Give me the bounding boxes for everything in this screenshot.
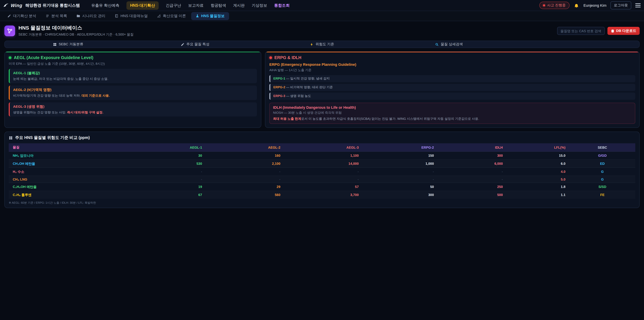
table-header-row: 물질 AEGL-1 AEGL-2 AEGL-3 ERPG-2 IDLH LFL(… bbox=[9, 143, 635, 152]
threshold-value: 160 bbox=[206, 152, 284, 160]
threshold-value: 3,700 bbox=[284, 191, 363, 199]
threshold-value: 560 bbox=[206, 191, 284, 199]
aegl-level-name: AEGL-2 (비가역적 영향) bbox=[13, 88, 254, 92]
column-header: IDLH bbox=[438, 143, 507, 152]
brand[interactable]: Wing 해양환경 위기대응 통합시스템 bbox=[3, 3, 80, 8]
aegl-panel-title: AEGL (Acute Exposure Guideline Level) bbox=[14, 55, 94, 60]
grid-icon bbox=[53, 43, 57, 46]
hns-threshold-table: 물질 AEGL-1 AEGL-2 AEGL-3 ERPG-2 IDLH LFL(… bbox=[9, 143, 635, 199]
subtab-label: HNS 대응매뉴얼 bbox=[120, 14, 148, 19]
section-tab-risk-criteria[interactable]: 위험도 기준 bbox=[258, 41, 386, 48]
subtab-analysis-list[interactable]: 분석 목록 bbox=[41, 12, 72, 20]
sebc-class-value: ED bbox=[570, 160, 635, 168]
pencil-icon bbox=[8, 14, 11, 18]
logout-button[interactable]: 로그아웃 bbox=[610, 1, 631, 10]
table-row: CH₃OH 메탄올5302,10014,0001,0006,0006.0ED bbox=[9, 160, 635, 168]
section-tab-label: 위험도 기준 bbox=[316, 42, 334, 47]
column-header: AEGL-3 bbox=[284, 143, 363, 152]
hns-substance-database-page: Wing 해양환경 위기대응 통합시스템 유출유 확산예측 HNS·대기확산 긴… bbox=[0, 0, 644, 320]
threshold-value: 4.0 bbox=[507, 168, 570, 176]
aegl-level-name: AEGL-3 (생명 위협) bbox=[13, 104, 254, 109]
table-title: 주요 HNS 물질별 위험도 기준 비교 (ppm) bbox=[15, 135, 90, 141]
threshold-value: - bbox=[206, 176, 284, 183]
threshold-value: 57 bbox=[284, 183, 363, 191]
erpg-level-row: ERPG-2 — 비가역적 영향, 대피 판단 기준 bbox=[269, 84, 635, 91]
red-dot-icon bbox=[269, 56, 272, 59]
nav-item-air-search[interactable]: 항공탐색 bbox=[211, 3, 226, 8]
top-navigation: Wing 해양환경 위기대응 통합시스템 유출유 확산예측 HNS·대기확산 긴… bbox=[0, 0, 644, 11]
incident-status-badge[interactable]: 사고 진행중 bbox=[539, 2, 569, 9]
nav-item-weather[interactable]: 기상정보 bbox=[252, 3, 267, 8]
nav-item-hns-diffusion[interactable]: HNS·대기확산 bbox=[126, 1, 159, 10]
section-tab-detail-search[interactable]: 물질 상세검색 bbox=[386, 41, 512, 48]
db-download-button[interactable]: DB 다운로드 bbox=[608, 27, 640, 35]
section-tab-label: 물질 상세검색 bbox=[441, 42, 463, 47]
threshold-value: - bbox=[363, 168, 438, 176]
nav-item-reports[interactable]: 보고자료 bbox=[188, 3, 204, 8]
hamburger-menu-icon[interactable] bbox=[635, 2, 641, 9]
page-header-left: HNS 물질정보 데이터베이스 SEBC 거동분류 · CHRIS/CAMEO … bbox=[4, 25, 134, 37]
hns-comparison-table-panel: 주요 HNS 물질별 위험도 기준 비교 (ppm) 물질 AEGL-1 AEG… bbox=[4, 132, 640, 208]
aegl-level-card: AEGL-1 (불쾌감) 눈에 띄는 불쾌감, 자극 또는 비감각적 증상. 노… bbox=[9, 69, 257, 83]
table-title-row: 주요 HNS 물질별 위험도 기준 비교 (ppm) bbox=[9, 135, 635, 141]
aegl-level-desc: 눈에 띄는 불쾌감, 자극 또는 비감각적 증상. 노출 중단 시 증상 소멸. bbox=[13, 77, 254, 81]
subtab-label: HNS 물질정보 bbox=[201, 14, 225, 19]
substance-name: CH₄ LNG bbox=[9, 176, 128, 183]
substance-name: NH₃ 암모니아 bbox=[9, 152, 128, 160]
threshold-value: 6,000 bbox=[438, 160, 507, 168]
erpg-panel-title-row: ERPG & IDLH bbox=[269, 55, 635, 60]
app-title: 해양환경 위기대응 통합시스템 bbox=[25, 3, 80, 8]
grid-icon bbox=[9, 136, 13, 140]
aegl-panel-title-row: AEGL (Acute Exposure Guideline Level) bbox=[9, 55, 257, 60]
subtab-scenario-management[interactable]: 시나리오 관리 bbox=[72, 12, 110, 20]
aegl-panel: AEGL (Acute Exposure Guideline Level) 미국… bbox=[4, 51, 261, 128]
flask-icon bbox=[196, 14, 199, 18]
threshold-value: 50 bbox=[363, 183, 438, 191]
erpg-section-title: ERPG (Emergency Response Planning Guidel… bbox=[269, 62, 635, 67]
subtab-diffusion-analysis[interactable]: 대기확산 분석 bbox=[3, 12, 40, 20]
user-name: Eunjeong Kim bbox=[584, 3, 606, 8]
search-icon bbox=[435, 43, 439, 46]
erpg-idlh-panel: ERPG & IDLH ERPG (Emergency Response Pla… bbox=[265, 51, 640, 128]
green-dot-icon bbox=[9, 56, 12, 59]
notification-bell-icon[interactable] bbox=[574, 2, 580, 9]
threshold-value: 5.0 bbox=[507, 176, 570, 183]
subtab-label: 시나리오 관리 bbox=[82, 14, 105, 19]
sebc-class-value: G bbox=[570, 176, 635, 183]
section-tab-properties[interactable]: 주요 물질 특성 bbox=[132, 41, 258, 48]
threshold-value: 30 bbox=[128, 152, 206, 160]
substance-name: H₂ 수소 bbox=[9, 168, 128, 176]
page-title: HNS 물질정보 데이터베이스 bbox=[18, 25, 134, 31]
page-header: HNS 물질정보 데이터베이스 SEBC 거동분류 · CHRIS/CAMEO … bbox=[4, 25, 640, 37]
idlh-title: IDLH (Immediately Dangerous to Life or H… bbox=[273, 105, 632, 109]
table-row: NH₃ 암모니아301601,10015030015.0G/GD bbox=[9, 152, 635, 160]
threshold-value: 1,000 bbox=[363, 160, 438, 168]
section-tab-sebc[interactable]: SEBC 거동분류 bbox=[5, 41, 132, 48]
page-header-actions: DB 다운로드 bbox=[557, 27, 640, 35]
subtab-hns-substance-info[interactable]: HNS 물질정보 bbox=[191, 12, 229, 20]
threshold-value: - bbox=[363, 176, 438, 183]
ruler-icon bbox=[157, 14, 161, 18]
substance-search-input[interactable] bbox=[557, 27, 605, 35]
column-header: AEGL-2 bbox=[206, 143, 284, 152]
subtab-diffusion-model-theory[interactable]: 확산모델 이론 bbox=[153, 12, 190, 20]
threshold-value: 300 bbox=[438, 152, 507, 160]
aegl-panel-subtitle: 미국 EPA — 일반인 급성 노출 기준 (10분, 30분, 60분, 4시… bbox=[9, 62, 257, 66]
nav-item-integrated-search[interactable]: 통합조회 bbox=[274, 3, 290, 8]
page-header-text: HNS 물질정보 데이터베이스 SEBC 거동분류 · CHRIS/CAMEO … bbox=[18, 25, 134, 37]
nav-item-oil-diffusion[interactable]: 유출유 확산예측 bbox=[91, 3, 119, 8]
subtab-hns-manual[interactable]: HNS 대응매뉴얼 bbox=[110, 12, 152, 20]
alert-dot-icon bbox=[543, 4, 545, 6]
threshold-value: 29 bbox=[206, 183, 284, 191]
aegl-level-desc: 비가역적/장기적 건강 영향 또는 대피 능력 저하. 대피 기준으로 사용. bbox=[13, 93, 254, 98]
page-subtitle: SEBC 거동분류 · CHRIS/CAMEO DB · AEGL/ERPG/I… bbox=[18, 32, 134, 37]
lightning-icon bbox=[310, 43, 314, 46]
erpg-level-row: ERPG-3 — 생명 위험 농도 bbox=[269, 93, 635, 100]
threshold-value: 2,100 bbox=[206, 160, 284, 168]
erpg-level-row: ERPG-1 — 일시적 건강 영향, 냄새 감지 bbox=[269, 75, 635, 82]
threshold-value: 1.8 bbox=[507, 183, 570, 191]
nav-item-emergency-rescue[interactable]: 긴급구난 bbox=[166, 3, 181, 8]
substance-name: C₂H₅OH 에탄올 bbox=[9, 183, 128, 191]
threshold-value: - bbox=[284, 168, 363, 176]
nav-item-board[interactable]: 게시판 bbox=[233, 3, 245, 8]
